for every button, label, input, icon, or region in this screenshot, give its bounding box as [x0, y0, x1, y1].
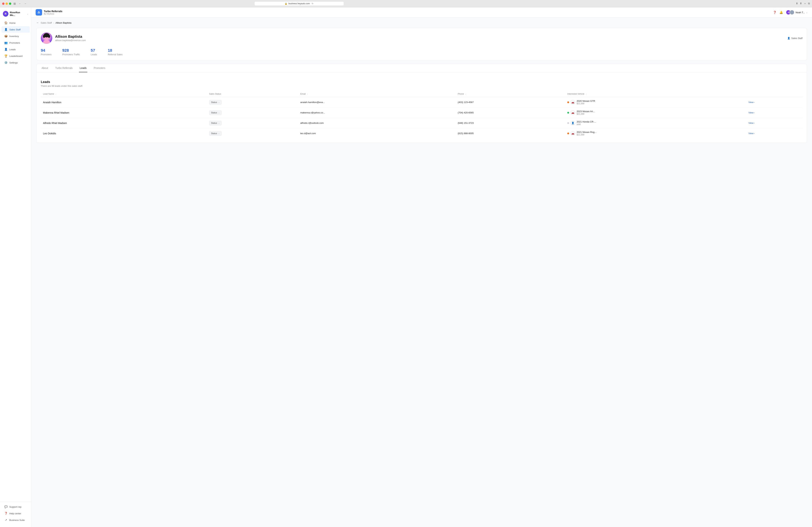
company-name: RiverRun Mo... [10, 11, 26, 16]
status-badge[interactable]: Status ⌄ [209, 131, 222, 136]
col-sales-status[interactable]: Sales Status [207, 91, 298, 97]
tab-turbo-referrals[interactable]: Turbo Referrals [55, 64, 73, 72]
sidebar-item-label: Leads [9, 48, 16, 51]
tab-promoters[interactable]: Promoters [93, 64, 106, 72]
view-link[interactable]: View › [749, 122, 800, 124]
sidebar-item-leaderboard[interactable]: 🏆 Leaderboard [1, 53, 30, 59]
tab-about[interactable]: About [41, 64, 49, 72]
status-chevron-icon: ⌄ [218, 132, 220, 134]
phone-cell: (704) 420-6565 [455, 107, 565, 118]
sidebar-item-promoters[interactable]: 👥 Promoters [1, 40, 30, 46]
sidebar-toggle-icon[interactable]: ⊞ [13, 2, 16, 5]
content-area: ← Sales Staff › Allison Baptista [31, 17, 812, 147]
stat-promoters-traffic: 928 Promoters Traffic [62, 48, 80, 56]
sidebar-item-sales-staff[interactable]: 👤 Sales Staff [1, 26, 30, 33]
back-icon[interactable]: ← [18, 2, 22, 5]
svg-rect-0 [37, 10, 41, 14]
sidebar-item-leads[interactable]: 👤 Leads [1, 46, 30, 52]
vehicle-cell: 🚗 2023 Nissan Ari... $21,000 [565, 107, 746, 118]
col-lead-name[interactable]: Lead Name ↓ [41, 91, 207, 97]
vehicle-price: sold [577, 123, 596, 125]
maximize-button[interactable] [9, 2, 11, 5]
vehicle-cell: 🚗 2021 Nissan Rog... $21,000 [565, 128, 746, 139]
share-icon[interactable]: ⬆ [800, 2, 802, 5]
lock-icon: 🔒 [285, 2, 287, 5]
stat-label: Leads [91, 53, 97, 56]
sidebar-item-label: Help center [9, 512, 21, 515]
tabs-icon[interactable]: ⧉ [808, 2, 810, 5]
new-tab-icon[interactable]: ＋ [804, 2, 806, 5]
sidebar-item-help-center[interactable]: ❓ Help center [1, 510, 30, 517]
vehicle-cell: 🚗 2020 Nissan GTR $21,000 [565, 97, 746, 107]
lead-name-cell: Leo Dokidis [41, 128, 207, 139]
vehicle-price: $21,000 [577, 113, 595, 115]
phone-cell: (648) 151-3723 [455, 118, 565, 128]
view-link[interactable]: View › [749, 111, 800, 114]
email-cell: alfredo.r@outlook.com [298, 118, 455, 128]
vehicle-name: 2023 Nissan Ari... [577, 110, 595, 113]
col-email[interactable]: Email ↓ [298, 91, 455, 97]
vehicle-name: 2021 Honda CR-... [577, 120, 596, 123]
sort-icon: ↓ [307, 93, 308, 95]
col-phone[interactable]: Phone ↓ [455, 91, 565, 97]
address-bar[interactable]: 🔒 business.heyauto.com ↻ [255, 1, 344, 6]
app-layout: R RiverRun Mo... ⌄ 🏠 Home 👤 Sales Staff … [0, 7, 812, 527]
leads-title: Leads [41, 80, 802, 84]
bell-icon[interactable]: 🔔 [780, 11, 783, 14]
help-icon[interactable]: ❓ [773, 11, 777, 14]
profile-info: Allison Baptista allison.baptista@riverr… [55, 34, 86, 42]
sidebar-item-home[interactable]: 🏠 Home [1, 20, 30, 26]
topbar-actions: ❓ 🔔 A Noah T... ⌄ [773, 10, 808, 15]
status-badge[interactable]: Status ⌄ [209, 121, 222, 125]
profile-avatar [41, 32, 52, 44]
back-button[interactable]: ← [37, 21, 39, 24]
leads-subtitle: There are 99 leads under this sales staf… [41, 85, 802, 87]
col-interested-vehicle[interactable]: Interested Vehicle ↓ [565, 91, 746, 97]
tab-bar: About Turbo Referrals Leads Promoters [37, 64, 807, 72]
forward-icon[interactable]: → [23, 2, 27, 5]
sidebar-item-settings[interactable]: ⚙️ Settings [1, 59, 30, 66]
profile-card: Allison Baptista allison.baptista@riverr… [37, 28, 807, 60]
sidebar-item-support-rep[interactable]: 💬 Support rep [1, 503, 30, 510]
minimize-button[interactable] [5, 2, 8, 5]
browser-nav-controls: ← → [18, 2, 27, 5]
view-link[interactable]: View › [749, 132, 800, 135]
sidebar-item-business-suite[interactable]: ↗ Business Suite [1, 517, 30, 523]
user-profile[interactable]: A Noah T... ⌄ [786, 10, 808, 15]
company-switcher[interactable]: R RiverRun Mo... ⌄ [0, 10, 31, 19]
sidebar-item-label: Leaderboard [9, 55, 23, 57]
reload-icon[interactable]: ↻ [311, 2, 314, 5]
vehicle-status-dot [567, 112, 569, 114]
help-center-icon: ❓ [4, 512, 8, 515]
lead-name-cell: Alfredo Rhiel Madsen [41, 118, 207, 128]
table-row: Anaiah Hamilton Status ⌄ anaiah.hamilton… [41, 97, 802, 107]
sidebar-item-label: Settings [9, 61, 18, 64]
email-cell: leo.d@aol.com [298, 128, 455, 139]
main-nav: 🏠 Home 👤 Sales Staff 📦 Inventory 👥 Promo… [0, 19, 31, 502]
lead-name-cell: Makenna Rhiel Madsen [41, 107, 207, 118]
view-arrow-icon: › [754, 132, 755, 135]
avatar-image [41, 32, 52, 44]
app-name: Turbo Referrals [44, 10, 62, 13]
company-chevron-icon: ⌄ [27, 13, 28, 15]
stat-leads: 57 Leads [91, 48, 97, 56]
vehicle-info: 2023 Nissan Ari... $21,000 [577, 110, 595, 115]
leads-section: Leads There are 99 leads under this sale… [37, 76, 807, 143]
download-icon[interactable]: ⬇ [796, 2, 798, 5]
user-name: Noah T... [796, 11, 805, 14]
email-cell: anaiah.hamilton@exa... [298, 97, 455, 107]
stat-referral-sales: 18 Referral Sales [108, 48, 122, 56]
status-badge[interactable]: Status ⌄ [209, 100, 222, 105]
sidebar-item-inventory[interactable]: 📦 Inventory [1, 33, 30, 39]
vehicle-status-dot [567, 122, 569, 124]
table-row: Leo Dokidis Status ⌄ leo.d@aol.com (815)… [41, 128, 802, 139]
close-button[interactable] [2, 2, 4, 5]
browser-chrome: ⊞ ← → 🔒 business.heyauto.com ↻ ⬇ ⬆ ＋ ⧉ [0, 0, 812, 7]
view-link[interactable]: View › [749, 101, 800, 104]
breadcrumb-parent[interactable]: Sales Staff [41, 21, 52, 24]
status-badge[interactable]: Status ⌄ [209, 110, 222, 115]
stat-value: 57 [91, 48, 97, 53]
vehicle-icon: 🚗 [570, 131, 575, 136]
vehicle-price: $21,000 [577, 133, 596, 136]
tab-leads[interactable]: Leads [79, 64, 87, 72]
